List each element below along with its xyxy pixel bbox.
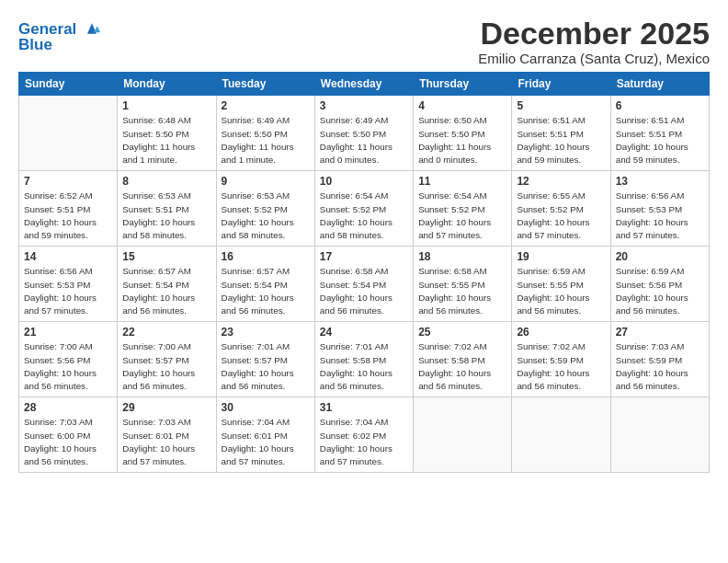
calendar-cell xyxy=(610,397,709,473)
calendar-cell: 17Sunrise: 6:58 AMSunset: 5:54 PMDayligh… xyxy=(314,247,413,322)
day-number: 7 xyxy=(24,175,112,188)
day-number: 18 xyxy=(418,250,506,263)
day-number: 25 xyxy=(418,326,506,339)
day-number: 19 xyxy=(517,250,605,263)
day-number: 21 xyxy=(24,326,112,339)
day-number: 29 xyxy=(122,401,210,414)
day-number: 1 xyxy=(122,99,210,112)
calendar-week-row: 14Sunrise: 6:56 AMSunset: 5:53 PMDayligh… xyxy=(19,247,710,322)
day-info: Sunrise: 6:59 AMSunset: 5:56 PMDaylight:… xyxy=(616,265,704,317)
svg-marker-1 xyxy=(94,26,100,32)
calendar-cell: 28Sunrise: 7:03 AMSunset: 6:00 PMDayligh… xyxy=(19,397,118,473)
weekday-header-friday: Friday xyxy=(512,73,610,96)
day-number: 17 xyxy=(320,250,408,263)
calendar-cell: 19Sunrise: 6:59 AMSunset: 5:55 PMDayligh… xyxy=(512,247,610,322)
day-info: Sunrise: 6:54 AMSunset: 5:52 PMDaylight:… xyxy=(320,190,408,242)
calendar-cell: 24Sunrise: 7:01 AMSunset: 5:58 PMDayligh… xyxy=(314,322,413,397)
day-number: 15 xyxy=(122,250,210,263)
day-info: Sunrise: 7:02 AMSunset: 5:59 PMDaylight:… xyxy=(517,340,605,393)
day-info: Sunrise: 6:57 AMSunset: 5:54 PMDaylight:… xyxy=(222,265,310,317)
day-info: Sunrise: 7:04 AMSunset: 6:01 PMDaylight:… xyxy=(222,416,310,468)
day-info: Sunrise: 7:03 AMSunset: 6:01 PMDaylight:… xyxy=(122,416,210,468)
day-number: 28 xyxy=(24,401,112,414)
day-number: 10 xyxy=(320,175,408,188)
calendar-week-row: 1Sunrise: 6:48 AMSunset: 5:50 PMDaylight… xyxy=(19,96,710,171)
day-number: 6 xyxy=(616,99,704,112)
calendar-cell: 9Sunrise: 6:53 AMSunset: 5:52 PMDaylight… xyxy=(216,171,314,247)
calendar-cell: 12Sunrise: 6:55 AMSunset: 5:52 PMDayligh… xyxy=(512,171,610,247)
logo-line2: Blue xyxy=(18,37,102,54)
day-info: Sunrise: 6:51 AMSunset: 5:51 PMDaylight:… xyxy=(616,114,704,167)
day-info: Sunrise: 7:01 AMSunset: 5:58 PMDaylight:… xyxy=(320,340,408,393)
calendar-cell: 22Sunrise: 7:00 AMSunset: 5:57 PMDayligh… xyxy=(118,322,216,397)
calendar-cell xyxy=(512,397,610,473)
calendar-cell: 14Sunrise: 6:56 AMSunset: 5:53 PMDayligh… xyxy=(19,247,118,322)
day-info: Sunrise: 6:48 AMSunset: 5:50 PMDaylight:… xyxy=(122,114,210,167)
calendar-cell: 1Sunrise: 6:48 AMSunset: 5:50 PMDaylight… xyxy=(118,96,216,171)
day-number: 13 xyxy=(616,175,704,188)
calendar-cell: 31Sunrise: 7:04 AMSunset: 6:02 PMDayligh… xyxy=(314,397,413,473)
calendar-cell: 16Sunrise: 6:57 AMSunset: 5:54 PMDayligh… xyxy=(216,247,314,322)
page: General Blue December 2025 Emilio Carran… xyxy=(0,0,728,563)
day-number: 16 xyxy=(222,250,310,263)
calendar-cell: 30Sunrise: 7:04 AMSunset: 6:01 PMDayligh… xyxy=(216,397,314,473)
day-number: 24 xyxy=(320,326,408,339)
calendar-cell: 2Sunrise: 6:49 AMSunset: 5:50 PMDaylight… xyxy=(216,96,314,171)
calendar-cell: 13Sunrise: 6:56 AMSunset: 5:53 PMDayligh… xyxy=(610,171,709,247)
calendar-cell: 10Sunrise: 6:54 AMSunset: 5:52 PMDayligh… xyxy=(314,171,413,247)
calendar-cell: 4Sunrise: 6:50 AMSunset: 5:50 PMDaylight… xyxy=(414,96,512,171)
day-info: Sunrise: 6:56 AMSunset: 5:53 PMDaylight:… xyxy=(24,265,112,317)
month-title: December 2025 xyxy=(478,17,710,51)
day-number: 27 xyxy=(616,326,704,339)
day-info: Sunrise: 6:49 AMSunset: 5:50 PMDaylight:… xyxy=(320,114,408,167)
day-info: Sunrise: 6:53 AMSunset: 5:51 PMDaylight:… xyxy=(122,190,210,242)
day-info: Sunrise: 6:59 AMSunset: 5:55 PMDaylight:… xyxy=(517,265,605,317)
calendar-cell: 18Sunrise: 6:58 AMSunset: 5:55 PMDayligh… xyxy=(414,247,512,322)
day-info: Sunrise: 6:53 AMSunset: 5:52 PMDaylight:… xyxy=(222,190,310,242)
day-number: 26 xyxy=(517,326,605,339)
calendar-cell: 5Sunrise: 6:51 AMSunset: 5:51 PMDaylight… xyxy=(512,96,610,171)
calendar-cell: 27Sunrise: 7:03 AMSunset: 5:59 PMDayligh… xyxy=(610,322,709,397)
day-info: Sunrise: 6:55 AMSunset: 5:52 PMDaylight:… xyxy=(517,190,605,242)
calendar-cell xyxy=(19,96,118,171)
day-info: Sunrise: 6:56 AMSunset: 5:53 PMDaylight:… xyxy=(616,190,704,242)
weekday-header-saturday: Saturday xyxy=(610,73,709,96)
calendar-cell: 23Sunrise: 7:01 AMSunset: 5:57 PMDayligh… xyxy=(216,322,314,397)
weekday-header-tuesday: Tuesday xyxy=(216,73,314,96)
day-info: Sunrise: 7:00 AMSunset: 5:56 PMDaylight:… xyxy=(24,340,112,393)
weekday-header-wednesday: Wednesday xyxy=(314,73,413,96)
calendar-week-row: 21Sunrise: 7:00 AMSunset: 5:56 PMDayligh… xyxy=(19,322,710,397)
day-number: 4 xyxy=(418,99,506,112)
header: General Blue December 2025 Emilio Carran… xyxy=(18,17,710,66)
day-number: 22 xyxy=(122,326,210,339)
day-number: 14 xyxy=(24,250,112,263)
subtitle: Emilio Carranza (Santa Cruz), Mexico xyxy=(478,51,710,66)
weekday-header-monday: Monday xyxy=(118,73,216,96)
calendar-week-row: 7Sunrise: 6:52 AMSunset: 5:51 PMDaylight… xyxy=(19,171,710,247)
day-info: Sunrise: 7:03 AMSunset: 6:00 PMDaylight:… xyxy=(24,416,112,468)
day-info: Sunrise: 6:52 AMSunset: 5:51 PMDaylight:… xyxy=(24,190,112,242)
day-info: Sunrise: 6:54 AMSunset: 5:52 PMDaylight:… xyxy=(418,190,506,242)
day-number: 31 xyxy=(320,401,408,414)
title-area: December 2025 Emilio Carranza (Santa Cru… xyxy=(478,17,710,66)
calendar-cell: 6Sunrise: 6:51 AMSunset: 5:51 PMDaylight… xyxy=(610,96,709,171)
day-number: 30 xyxy=(222,401,310,414)
day-info: Sunrise: 6:49 AMSunset: 5:50 PMDaylight:… xyxy=(222,114,310,167)
day-info: Sunrise: 6:51 AMSunset: 5:51 PMDaylight:… xyxy=(517,114,605,167)
day-info: Sunrise: 7:01 AMSunset: 5:57 PMDaylight:… xyxy=(222,340,310,393)
weekday-header-sunday: Sunday xyxy=(19,73,118,96)
calendar-week-row: 28Sunrise: 7:03 AMSunset: 6:00 PMDayligh… xyxy=(19,397,710,473)
day-info: Sunrise: 7:02 AMSunset: 5:58 PMDaylight:… xyxy=(418,340,506,393)
day-number: 12 xyxy=(517,175,605,188)
day-info: Sunrise: 6:58 AMSunset: 5:55 PMDaylight:… xyxy=(418,265,506,317)
day-number: 8 xyxy=(122,175,210,188)
calendar-cell: 25Sunrise: 7:02 AMSunset: 5:58 PMDayligh… xyxy=(414,322,512,397)
day-number: 3 xyxy=(320,99,408,112)
logo: General Blue xyxy=(18,20,102,53)
day-number: 11 xyxy=(418,175,506,188)
calendar-cell: 26Sunrise: 7:02 AMSunset: 5:59 PMDayligh… xyxy=(512,322,610,397)
calendar-cell: 7Sunrise: 6:52 AMSunset: 5:51 PMDaylight… xyxy=(19,171,118,247)
calendar-cell: 20Sunrise: 6:59 AMSunset: 5:56 PMDayligh… xyxy=(610,247,709,322)
calendar-cell: 11Sunrise: 6:54 AMSunset: 5:52 PMDayligh… xyxy=(414,171,512,247)
day-number: 5 xyxy=(517,99,605,112)
